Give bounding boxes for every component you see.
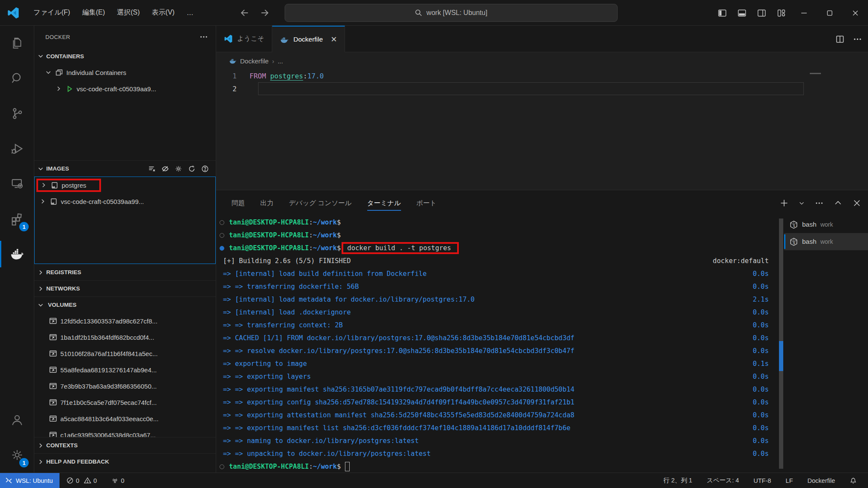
tree-item-volume[interactable]: 12fd5dc133603537ad98c627cf8... xyxy=(34,313,216,329)
extensions-badge: 1 xyxy=(19,222,29,231)
tab-ports[interactable]: ポート xyxy=(416,190,437,216)
remote-indicator[interactable]: WSL: Ubuntu xyxy=(0,473,59,488)
search-view-icon[interactable] xyxy=(0,61,34,96)
command-decoration-icon[interactable] xyxy=(220,220,224,225)
section-help-and-feedback[interactable]: HELP AND FEEDBACK xyxy=(34,453,216,470)
close-window-button[interactable] xyxy=(842,0,868,26)
command-decoration-icon[interactable] xyxy=(220,464,224,469)
notifications-bell[interactable] xyxy=(844,477,862,484)
tree-item-volume[interactable]: 1ba1df2b15b364fdf682bccd0f4... xyxy=(34,329,216,345)
run-debug-icon[interactable] xyxy=(0,131,34,166)
images-settings-gear-icon[interactable] xyxy=(175,165,182,173)
close-tab-icon[interactable]: ✕ xyxy=(330,35,337,44)
toggle-sidebar-icon[interactable] xyxy=(712,0,732,26)
tab-debug-console[interactable]: デバッグ コンソール xyxy=(289,190,352,216)
section-containers[interactable]: CONTAINERS xyxy=(34,48,216,64)
tab-welcome[interactable]: ようこそ xyxy=(216,26,272,52)
terminal-scrollbar[interactable] xyxy=(778,216,784,473)
maximize-panel-icon[interactable] xyxy=(834,199,842,207)
filter-clear-icon[interactable] xyxy=(148,165,156,173)
sidebar-more-actions-icon[interactable] xyxy=(199,33,208,41)
menu-file[interactable]: ファイル(F) xyxy=(27,6,76,20)
toggle-secondary-sidebar-icon[interactable] xyxy=(752,0,771,26)
refresh-icon[interactable] xyxy=(188,165,196,173)
tree-item-volume[interactable]: c1a6c939f530064538d8c03a67... xyxy=(34,427,216,437)
tab-problems[interactable]: 問題 xyxy=(232,190,245,216)
command-decoration-icon[interactable] xyxy=(220,233,224,238)
remote-explorer-icon[interactable] xyxy=(0,166,34,201)
section-networks[interactable]: NETWORKS xyxy=(34,280,216,296)
tree-item-volume[interactable]: 7e3b9b37ba63a9d3f686356050... xyxy=(34,378,216,394)
accounts-icon[interactable] xyxy=(0,402,34,437)
problems-status[interactable]: 0 0 xyxy=(62,477,101,484)
indentation[interactable]: スペース: 4 xyxy=(702,476,744,485)
tree-item-individual-containers[interactable]: Individual Containers xyxy=(34,64,216,81)
section-volumes[interactable]: VOLUMES xyxy=(34,296,216,313)
terminal-session-item[interactable]: $ bash work xyxy=(784,216,868,233)
back-arrow-icon[interactable] xyxy=(240,8,249,18)
customize-layout-icon[interactable] xyxy=(771,0,791,26)
terminal-build-step: => [internal] load build definition from… xyxy=(216,267,778,280)
terminal-prompt-line: tani@DESKTOP-HCPA8LI:~/work$ xyxy=(216,229,778,242)
tree-item-volume[interactable]: 7f1e1b0c5ca5e7df075ecac74fcf... xyxy=(34,394,216,410)
menu-view[interactable]: 表示(V) xyxy=(146,6,181,20)
tree-item-image-vsc[interactable]: vsc-code-craft-c05039aa99... xyxy=(35,193,215,210)
bottom-panel: 問題 出力 デバッグ コンソール ターミナル ポート xyxy=(216,190,868,473)
command-decoration-icon[interactable] xyxy=(220,246,224,251)
section-registries[interactable]: REGISTRIES xyxy=(34,264,216,280)
line-number: 2 xyxy=(216,85,250,93)
code-image-link[interactable]: postgres xyxy=(270,72,303,80)
breadcrumb[interactable]: Dockerfile › ... xyxy=(216,52,868,69)
language-mode[interactable]: Dockerfile xyxy=(803,477,840,484)
cursor-position[interactable]: 行 2、列 1 xyxy=(658,476,698,485)
section-images[interactable]: IMAGES xyxy=(34,160,216,177)
code-editor[interactable]: 1 FROM postgres : 17.0 2 xyxy=(216,69,868,190)
explorer-icon[interactable] xyxy=(0,26,34,61)
tree-item-image-postgres[interactable]: postgres xyxy=(35,177,215,193)
ports-status[interactable]: 0 xyxy=(107,477,128,484)
tree-item-label: c1a6c939f530064538d8c03a67... xyxy=(60,431,156,437)
tree-item-running-container[interactable]: vsc-code-craft-c05039aa9... xyxy=(34,81,216,97)
terminal-prompt-line-active[interactable]: tani@DESKTOP-HCPA8LI:~/work$ xyxy=(216,460,778,473)
menu-more[interactable]: … xyxy=(181,6,199,19)
terminal-build-steps: => [internal] load build definition from… xyxy=(216,267,778,460)
minimap[interactable] xyxy=(810,73,821,74)
tab-output[interactable]: 出力 xyxy=(260,190,273,216)
volume-icon xyxy=(49,349,57,358)
tree-item-label: 7e3b9b37ba63a9d3f686356050... xyxy=(60,383,157,390)
forward-arrow-icon[interactable] xyxy=(260,8,270,18)
breadcrumb-file[interactable]: Dockerfile xyxy=(240,57,269,65)
menu-selection[interactable]: 選択(S) xyxy=(111,6,146,20)
container-group-icon xyxy=(55,69,63,77)
terminal-dropdown-icon[interactable] xyxy=(799,199,805,207)
minimize-button[interactable] xyxy=(791,0,817,26)
docker-view-icon[interactable] xyxy=(0,237,34,272)
editor-more-actions-icon[interactable] xyxy=(853,35,862,44)
tree-item-volume[interactable]: a5cac88481b3c64af033eeacc0e... xyxy=(34,410,216,427)
tab-terminal[interactable]: ターミナル xyxy=(367,190,401,216)
new-terminal-icon[interactable] xyxy=(780,199,788,207)
section-contexts[interactable]: CONTEXTS xyxy=(34,437,216,453)
breadcrumb-more[interactable]: ... xyxy=(278,57,283,65)
source-control-icon[interactable] xyxy=(0,96,34,131)
close-panel-icon[interactable] xyxy=(853,199,861,207)
help-icon[interactable] xyxy=(201,165,209,173)
encoding[interactable]: UTF-8 xyxy=(749,477,776,484)
split-editor-icon[interactable] xyxy=(835,35,844,44)
tree-item-volume[interactable]: 55a8fedaa681913276147ab9e4... xyxy=(34,362,216,378)
search-text: work [WSL: Ubuntu] xyxy=(426,9,487,17)
command-center-search[interactable]: work [WSL: Ubuntu] xyxy=(285,4,618,22)
terminal-session-item-selected[interactable]: $ bash work xyxy=(784,233,868,250)
terminal-output[interactable]: tani@DESKTOP-HCPA8LI:~/work$ tani@DESKTO… xyxy=(216,216,778,473)
settings-gear-icon[interactable]: 1 xyxy=(0,437,34,473)
tree-item-label: vsc-code-craft-c05039aa9... xyxy=(77,85,156,93)
tree-item-volume[interactable]: 510106f28a76af11b6f4f841a5ec... xyxy=(34,345,216,362)
tab-dockerfile[interactable]: Dockerfile ✕ xyxy=(272,26,345,52)
maximize-button[interactable] xyxy=(817,0,842,26)
eol-selector[interactable]: LF xyxy=(781,477,798,484)
menu-edit[interactable]: 編集(E) xyxy=(76,6,111,20)
panel-more-actions-icon[interactable] xyxy=(815,199,823,207)
eye-off-icon[interactable] xyxy=(161,165,169,173)
toggle-panel-icon[interactable] xyxy=(732,0,752,26)
extensions-icon[interactable]: 1 xyxy=(0,201,34,237)
